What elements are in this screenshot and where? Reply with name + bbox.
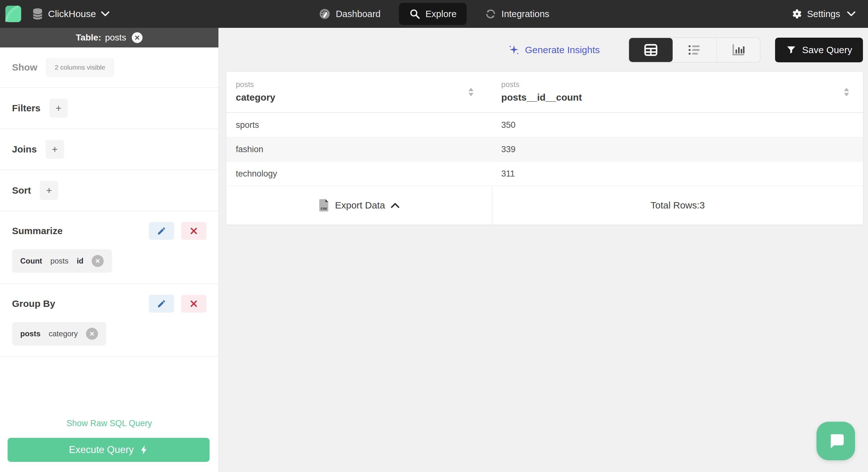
sidebar-spacer xyxy=(0,357,218,412)
aggregate-label: Count xyxy=(20,257,42,265)
table-row[interactable]: technology 311 xyxy=(226,161,863,186)
remove-group-by-chip-button[interactable] xyxy=(86,328,98,340)
results-main: Generate Insights xyxy=(219,28,868,472)
group-by-label: Group By xyxy=(12,298,55,309)
chip-table-label: posts xyxy=(20,329,40,338)
show-raw-sql-link[interactable]: Show Raw SQL Query xyxy=(0,412,218,438)
column-name-label: posts__id__count xyxy=(501,92,854,103)
execute-query-label: Execute Query xyxy=(69,444,134,455)
list-view-icon xyxy=(687,43,702,56)
summarize-label: Summarize xyxy=(12,226,63,236)
csv-file-icon: csv xyxy=(319,199,329,212)
gear-icon xyxy=(790,8,803,20)
column-header-posts-id-count[interactable]: posts posts__id__count xyxy=(492,72,863,112)
generate-insights-button[interactable]: Generate Insights xyxy=(508,44,600,56)
connection-selector[interactable]: ClickHouse xyxy=(32,8,110,20)
add-filter-button[interactable]: + xyxy=(49,99,68,118)
table-name-label: posts xyxy=(105,33,126,43)
column-header-category[interactable]: posts category xyxy=(226,72,492,112)
nav-center: Dashboard Explore Integrations xyxy=(314,0,554,28)
filters-label: Filters xyxy=(12,103,40,114)
chevron-up-icon xyxy=(391,203,400,208)
table-row[interactable]: fashion 339 xyxy=(226,137,863,161)
body: Table: posts Show 2 columns visible Filt… xyxy=(0,28,868,472)
cell-count: 311 xyxy=(492,169,863,179)
sort-label: Sort xyxy=(12,185,31,196)
dashboard-gauge-icon xyxy=(319,8,331,20)
group-by-section: Group By xyxy=(0,284,218,357)
filters-section: Filters + xyxy=(0,88,218,129)
chat-widget-button[interactable] xyxy=(816,422,855,460)
connection-label: ClickHouse xyxy=(48,8,96,19)
nav-item-label: Integrations xyxy=(501,9,549,19)
x-icon xyxy=(190,227,197,235)
show-label: Show xyxy=(12,62,37,73)
bar-chart-icon xyxy=(732,43,745,56)
remove-summarize-chip-button[interactable] xyxy=(92,255,104,267)
export-data-label: Export Data xyxy=(335,200,385,211)
sort-section: Sort + xyxy=(0,170,218,211)
joins-section: Joins + xyxy=(0,129,218,170)
column-table-label: posts xyxy=(236,80,483,89)
results-toolbar: Generate Insights xyxy=(219,28,868,63)
column-table-label: posts xyxy=(501,80,854,89)
nav-left: ClickHouse xyxy=(0,5,219,23)
save-query-button[interactable]: Save Query xyxy=(775,38,863,62)
results-table-body: sports 350 fashion 339 technology 311 xyxy=(226,113,863,186)
add-join-button[interactable]: + xyxy=(45,140,64,159)
table-view-icon xyxy=(644,43,658,56)
table-prefix-label: Table: xyxy=(76,33,101,43)
lightning-icon xyxy=(140,445,148,455)
results-table-footer: csv Export Data Total Rows:3 xyxy=(226,186,863,225)
summarize-section: Summarize xyxy=(0,211,218,284)
view-toggle-group xyxy=(628,37,761,63)
app-root: ClickHouse Dashboard xyxy=(0,0,868,472)
database-icon xyxy=(32,8,43,20)
list-view-button[interactable] xyxy=(673,38,716,62)
nav-item-integrations[interactable]: Integrations xyxy=(480,3,554,25)
pencil-icon xyxy=(157,299,166,308)
nav-item-dashboard[interactable]: Dashboard xyxy=(314,3,385,25)
query-builder-sidebar: Table: posts Show 2 columns visible Filt… xyxy=(0,28,219,472)
remove-table-button[interactable] xyxy=(132,32,143,43)
remove-summarize-button[interactable] xyxy=(181,222,207,240)
edit-summarize-button[interactable] xyxy=(149,222,174,240)
edit-group-by-button[interactable] xyxy=(149,295,174,313)
app-logo[interactable] xyxy=(5,5,22,23)
pencil-icon xyxy=(157,226,166,236)
table-row[interactable]: sports 350 xyxy=(226,113,863,137)
nav-item-explore[interactable]: Explore xyxy=(399,3,467,25)
execute-query-button[interactable]: Execute Query xyxy=(8,438,210,462)
settings-menu[interactable]: Settings xyxy=(790,8,868,20)
show-section: Show 2 columns visible xyxy=(0,48,218,88)
chevron-down-icon xyxy=(847,11,855,17)
cell-category: technology xyxy=(226,169,492,179)
remove-group-by-button[interactable] xyxy=(181,295,207,313)
chip-table-label: posts xyxy=(50,257,68,265)
chip-column-label: category xyxy=(49,329,78,338)
funnel-icon xyxy=(786,45,797,55)
column-name-label: category xyxy=(236,92,483,103)
total-rows-label: Total Rows:3 xyxy=(492,186,863,225)
generate-insights-label: Generate Insights xyxy=(525,45,600,55)
summarize-chip: Count posts id xyxy=(12,249,112,273)
joins-label: Joins xyxy=(12,144,37,155)
export-data-button[interactable]: csv Export Data xyxy=(226,186,492,225)
add-sort-button[interactable]: + xyxy=(40,181,58,200)
cell-count: 339 xyxy=(492,145,863,154)
columns-visible-chip[interactable]: 2 columns visible xyxy=(46,58,114,77)
results-table-header: posts category posts posts__id__count xyxy=(226,72,863,113)
chart-view-button[interactable] xyxy=(716,38,760,62)
x-icon xyxy=(190,300,197,307)
table-view-button[interactable] xyxy=(629,38,673,62)
sync-icon xyxy=(485,8,496,20)
table-header-bar: Table: posts xyxy=(0,28,218,48)
save-query-label: Save Query xyxy=(802,45,852,55)
nav-item-label: Explore xyxy=(426,9,457,19)
nav-item-label: Dashboard xyxy=(336,9,380,19)
sort-toggle-icon[interactable] xyxy=(467,88,475,96)
cell-category: fashion xyxy=(226,145,492,154)
chat-bubble-icon xyxy=(826,432,845,450)
sort-toggle-icon[interactable] xyxy=(843,88,850,96)
top-nav: ClickHouse Dashboard xyxy=(0,0,868,28)
